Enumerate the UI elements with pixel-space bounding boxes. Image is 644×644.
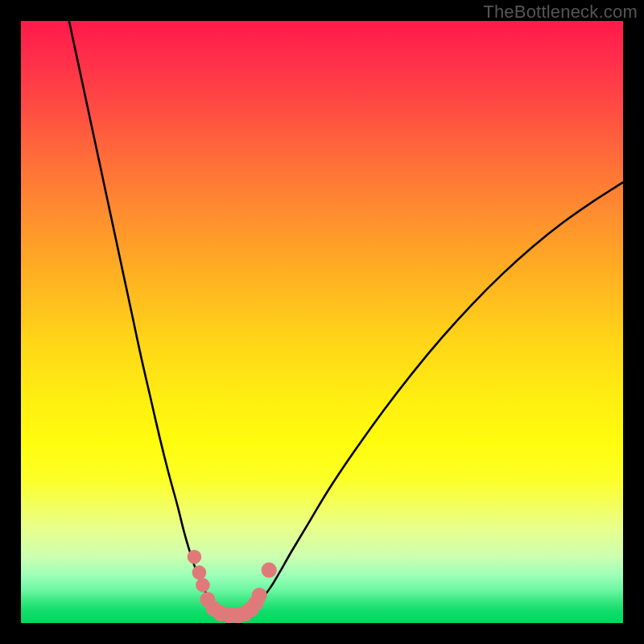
bottleneck-curve xyxy=(21,21,623,623)
valley-dot xyxy=(192,565,207,580)
watermark-text: TheBottleneck.com xyxy=(483,2,638,23)
valley-dot xyxy=(188,550,202,564)
valley-dot xyxy=(252,588,267,603)
valley-dot xyxy=(196,578,210,592)
valley-dot xyxy=(262,563,277,578)
plot-area xyxy=(21,21,623,623)
chart-frame: TheBottleneck.com xyxy=(0,0,644,644)
